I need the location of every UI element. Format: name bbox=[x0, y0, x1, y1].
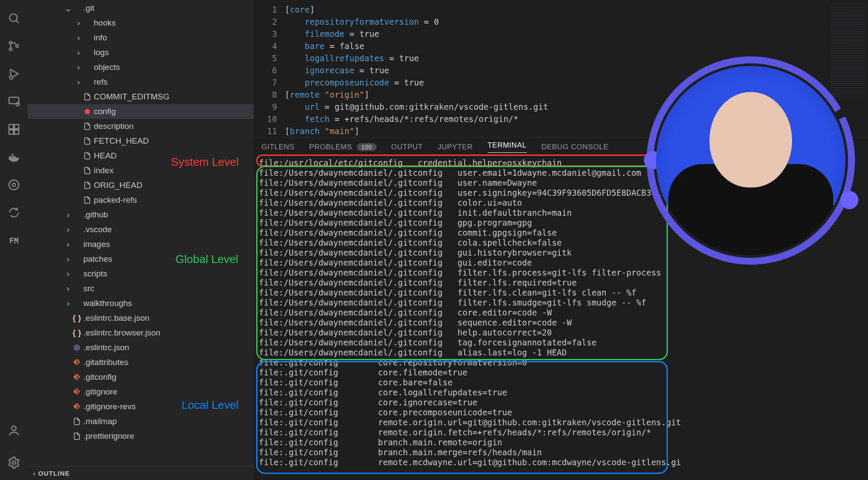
tree-item-label: walkthroughs bbox=[83, 299, 132, 308]
tree-item[interactable]: .gitconfig bbox=[28, 370, 254, 385]
tree-item[interactable]: description bbox=[28, 119, 254, 134]
svg-rect-9 bbox=[9, 125, 13, 129]
file-tree[interactable]: ⌄.git›hooks›info›logs›objects›refsCOMMIT… bbox=[28, 0, 254, 466]
tree-item-label: packed-refs bbox=[94, 195, 137, 205]
tree-item-label: objects bbox=[94, 62, 120, 72]
tree-item-label: scripts bbox=[83, 269, 107, 279]
code-line[interactable]: [core] bbox=[285, 3, 868, 16]
extensions-icon[interactable] bbox=[0, 115, 28, 143]
terminal-line: file:/Users/dwaynemcdaniel/.gitconfig ta… bbox=[259, 338, 868, 348]
chevron-right-icon: › bbox=[64, 210, 72, 220]
activity-bar: FM bbox=[0, 0, 28, 480]
tree-item-label: patches bbox=[83, 254, 112, 264]
terminal-line: file:/Users/dwaynemcdaniel/.gitconfig se… bbox=[259, 318, 868, 328]
tree-item[interactable]: ORIG_HEAD bbox=[28, 178, 254, 193]
tree-item-label: index bbox=[94, 166, 113, 175]
tree-item[interactable]: .prettierignore bbox=[28, 429, 254, 444]
search-icon[interactable] bbox=[0, 4, 28, 32]
tree-item[interactable]: ›objects bbox=[28, 60, 254, 75]
tree-item[interactable]: ›.github bbox=[28, 207, 254, 222]
tree-item[interactable]: ⌄.git bbox=[28, 1, 254, 16]
tree-item[interactable]: ›refs bbox=[28, 75, 254, 89]
tab-gitlens[interactable]: GITLENS bbox=[261, 143, 294, 151]
tree-item[interactable]: .gitignore bbox=[28, 385, 254, 399]
tree-item[interactable]: ›walkthroughs bbox=[28, 296, 254, 311]
line-number: 10 bbox=[254, 113, 277, 125]
tree-item-label: logs bbox=[94, 48, 109, 57]
tree-item-label: config bbox=[94, 107, 116, 116]
file-icon bbox=[83, 152, 92, 160]
svg-point-0 bbox=[10, 14, 17, 22]
line-number-gutter: 1234567891011 bbox=[254, 3, 285, 137]
tree-item[interactable]: FETCH_HEAD bbox=[28, 134, 254, 148]
tree-item[interactable]: .mailmap bbox=[28, 414, 254, 429]
tab-jupyter[interactable]: JUPYTER bbox=[438, 143, 473, 151]
tree-item-label: images bbox=[83, 240, 110, 249]
terminal-line: file:.git/config core.ignorecase=true bbox=[259, 398, 868, 408]
tab-output[interactable]: OUTPUT bbox=[391, 143, 423, 151]
code-line[interactable]: bare = false bbox=[285, 40, 868, 52]
gitlens-icon[interactable] bbox=[0, 171, 28, 199]
line-number: 4 bbox=[254, 40, 277, 52]
annotation-global-level: Global Level bbox=[175, 254, 238, 264]
figma-icon[interactable]: FM bbox=[0, 227, 28, 254]
live-share-icon[interactable] bbox=[0, 199, 28, 227]
tree-item[interactable]: { }.eslintrc.base.json bbox=[28, 311, 254, 325]
run-debug-icon[interactable] bbox=[0, 60, 28, 88]
svg-point-22 bbox=[76, 347, 78, 349]
chevron-right-icon: › bbox=[64, 269, 72, 279]
tab-problems[interactable]: PROBLEMS 100 bbox=[309, 143, 376, 151]
code-line[interactable]: repositoryformatversion = 0 bbox=[285, 16, 868, 28]
tree-item[interactable]: COMMIT_EDITMSG bbox=[28, 89, 254, 104]
accounts-icon[interactable] bbox=[0, 417, 28, 444]
outline-section[interactable]: ›OUTLINE bbox=[28, 466, 254, 480]
svg-rect-10 bbox=[14, 125, 19, 129]
tree-item[interactable]: ›info bbox=[28, 30, 254, 45]
chevron-right-icon: › bbox=[64, 299, 72, 308]
tree-item[interactable]: ›src bbox=[28, 281, 254, 296]
tree-item[interactable]: .gitattributes bbox=[28, 355, 254, 370]
svg-point-4 bbox=[16, 45, 18, 47]
tree-item[interactable]: ›images bbox=[28, 237, 254, 252]
file-icon bbox=[72, 344, 82, 352]
tree-item[interactable]: ›scripts bbox=[28, 266, 254, 281]
tree-item-label: FETCH_HEAD bbox=[94, 136, 149, 146]
tree-item[interactable]: .eslintrc.json bbox=[28, 340, 254, 355]
docker-icon[interactable] bbox=[0, 143, 28, 171]
file-icon: { } bbox=[72, 313, 82, 323]
line-number: 5 bbox=[254, 52, 277, 64]
tree-item[interactable]: ›.vscode bbox=[28, 222, 254, 237]
code-line[interactable]: filemode = true bbox=[285, 28, 868, 40]
terminal-line: file:.git/config core.precomposeunicode=… bbox=[259, 408, 868, 418]
tree-item[interactable]: config bbox=[28, 104, 254, 119]
tree-item[interactable]: ›logs bbox=[28, 45, 254, 60]
tree-item-label: .mailmap bbox=[83, 417, 117, 426]
tree-item[interactable]: ›hooks bbox=[28, 16, 254, 30]
file-icon bbox=[83, 137, 92, 145]
chevron-right-icon: › bbox=[75, 77, 83, 87]
svg-line-1 bbox=[17, 21, 19, 23]
file-icon bbox=[72, 388, 82, 396]
file-icon bbox=[72, 373, 82, 381]
settings-gear-icon[interactable] bbox=[0, 449, 28, 477]
tab-debug-console[interactable]: DEBUG CONSOLE bbox=[541, 143, 609, 151]
chevron-right-icon: › bbox=[64, 225, 72, 234]
remote-explorer-icon[interactable] bbox=[0, 88, 28, 115]
tree-item-label: HEAD bbox=[94, 151, 117, 161]
source-control-icon[interactable] bbox=[0, 32, 28, 60]
svg-rect-14 bbox=[12, 156, 13, 158]
tree-item-label: .eslintrc.json bbox=[83, 343, 129, 352]
svg-point-21 bbox=[74, 345, 79, 350]
tree-item-label: ORIG_HEAD bbox=[94, 181, 142, 190]
svg-rect-12 bbox=[14, 130, 19, 134]
file-icon bbox=[72, 432, 82, 440]
svg-rect-16 bbox=[12, 154, 13, 155]
tree-item[interactable]: { }.eslintrc.browser.json bbox=[28, 325, 254, 340]
file-icon bbox=[72, 418, 82, 425]
svg-point-18 bbox=[12, 183, 16, 187]
tab-terminal[interactable]: TERMINAL bbox=[488, 141, 527, 153]
file-icon bbox=[83, 93, 92, 101]
annotation-local-level: Local Level bbox=[182, 400, 239, 410]
tab-problems-label: PROBLEMS bbox=[309, 143, 352, 151]
tree-item[interactable]: packed-refs bbox=[28, 193, 254, 207]
